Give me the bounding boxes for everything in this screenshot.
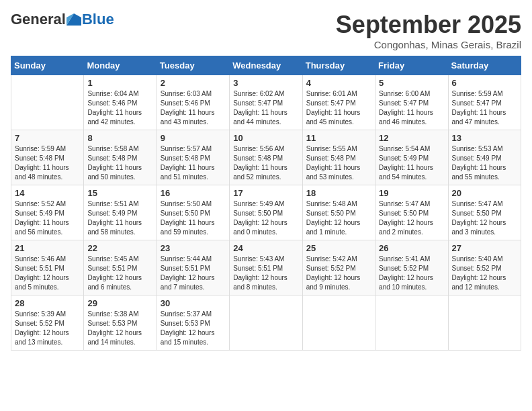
calendar-cell: 26Sunrise: 5:41 AMSunset: 5:52 PMDayligh… [375,240,448,295]
page-header: General Blue September 2025 Congonhas, M… [11,11,521,50]
calendar-cell: 12Sunrise: 5:54 AMSunset: 5:49 PMDayligh… [375,130,448,185]
calendar-cell: 16Sunrise: 5:50 AMSunset: 5:50 PMDayligh… [157,185,229,240]
calendar-cell: 8Sunrise: 5:58 AMSunset: 5:48 PMDaylight… [84,130,157,185]
day-info: Sunrise: 5:44 AMSunset: 5:51 PMDaylight:… [161,255,226,292]
day-info: Sunrise: 6:01 AMSunset: 5:47 PMDaylight:… [306,89,371,127]
day-number: 19 [379,188,444,198]
calendar-cell: 13Sunrise: 5:53 AMSunset: 5:49 PMDayligh… [448,130,521,185]
month-title: September 2025 [336,11,521,39]
day-info: Sunrise: 5:39 AMSunset: 5:52 PMDaylight:… [15,310,80,347]
day-number: 29 [87,298,152,308]
week-row-2: 7Sunrise: 5:59 AMSunset: 5:48 PMDaylight… [11,130,521,185]
title-block: September 2025 Congonhas, Minas Gerais, … [336,11,521,50]
week-row-3: 14Sunrise: 5:52 AMSunset: 5:49 PMDayligh… [11,185,521,240]
logo-blue-text: Blue [82,11,114,28]
weekday-header-sunday: Sunday [11,56,84,75]
day-number: 21 [15,243,80,253]
day-info: Sunrise: 5:59 AMSunset: 5:47 PMDaylight:… [452,89,517,127]
weekday-header-wednesday: Wednesday [230,56,302,75]
calendar-cell: 15Sunrise: 5:51 AMSunset: 5:49 PMDayligh… [84,185,157,240]
weekday-header-tuesday: Tuesday [157,56,229,75]
day-number: 16 [161,188,226,198]
calendar-cell [375,295,448,351]
day-info: Sunrise: 5:43 AMSunset: 5:51 PMDaylight:… [233,255,298,292]
week-row-5: 28Sunrise: 5:39 AMSunset: 5:52 PMDayligh… [11,295,521,351]
logo-general-text: General [11,11,66,28]
day-number: 15 [87,188,152,198]
calendar-cell: 21Sunrise: 5:46 AMSunset: 5:51 PMDayligh… [11,240,84,295]
day-info: Sunrise: 5:45 AMSunset: 5:51 PMDaylight:… [87,255,152,292]
day-number: 3 [233,78,298,88]
day-number: 5 [379,78,444,88]
weekday-header-friday: Friday [375,56,448,75]
day-number: 17 [233,188,298,198]
calendar-cell [230,295,302,351]
day-number: 12 [379,133,444,143]
calendar-cell: 2Sunrise: 6:03 AMSunset: 5:46 PMDaylight… [157,75,229,130]
day-info: Sunrise: 6:00 AMSunset: 5:47 PMDaylight:… [379,89,444,127]
day-info: Sunrise: 5:58 AMSunset: 5:48 PMDaylight:… [87,144,152,182]
weekday-header-monday: Monday [84,56,157,75]
day-number: 24 [233,243,298,253]
weekday-header-saturday: Saturday [448,56,521,75]
day-info: Sunrise: 5:57 AMSunset: 5:48 PMDaylight:… [161,144,226,182]
calendar-cell [11,75,84,130]
calendar-cell: 9Sunrise: 5:57 AMSunset: 5:48 PMDaylight… [157,130,229,185]
calendar-cell: 25Sunrise: 5:42 AMSunset: 5:52 PMDayligh… [302,240,375,295]
calendar-cell: 20Sunrise: 5:47 AMSunset: 5:50 PMDayligh… [448,185,521,240]
day-info: Sunrise: 6:04 AMSunset: 5:46 PMDaylight:… [87,89,152,127]
location-subtitle: Congonhas, Minas Gerais, Brazil [336,39,521,50]
calendar-cell: 14Sunrise: 5:52 AMSunset: 5:49 PMDayligh… [11,185,84,240]
day-info: Sunrise: 5:48 AMSunset: 5:50 PMDaylight:… [306,199,371,237]
week-row-1: 1Sunrise: 6:04 AMSunset: 5:46 PMDaylight… [11,75,521,130]
day-number: 9 [161,133,226,143]
calendar-cell: 30Sunrise: 5:37 AMSunset: 5:53 PMDayligh… [157,295,229,351]
day-number: 26 [379,243,444,253]
calendar-cell: 11Sunrise: 5:55 AMSunset: 5:48 PMDayligh… [302,130,375,185]
day-info: Sunrise: 6:03 AMSunset: 5:46 PMDaylight:… [161,89,226,127]
calendar-cell: 17Sunrise: 5:49 AMSunset: 5:50 PMDayligh… [230,185,302,240]
day-info: Sunrise: 5:50 AMSunset: 5:50 PMDaylight:… [161,199,226,237]
day-info: Sunrise: 5:47 AMSunset: 5:50 PMDaylight:… [379,199,444,237]
calendar-cell: 4Sunrise: 6:01 AMSunset: 5:47 PMDaylight… [302,75,375,130]
day-number: 4 [306,78,371,88]
calendar-cell [448,295,521,351]
day-number: 1 [87,78,152,88]
logo-icon [66,13,81,26]
day-info: Sunrise: 5:42 AMSunset: 5:52 PMDaylight:… [306,255,371,292]
day-number: 18 [306,188,371,198]
day-number: 22 [87,243,152,253]
day-number: 27 [452,243,517,253]
calendar-cell: 6Sunrise: 5:59 AMSunset: 5:47 PMDaylight… [448,75,521,130]
calendar-cell: 28Sunrise: 5:39 AMSunset: 5:52 PMDayligh… [11,295,84,351]
calendar-cell: 22Sunrise: 5:45 AMSunset: 5:51 PMDayligh… [84,240,157,295]
day-number: 30 [161,298,226,308]
day-number: 23 [161,243,226,253]
day-number: 6 [452,78,517,88]
day-number: 11 [306,133,371,143]
day-info: Sunrise: 5:53 AMSunset: 5:49 PMDaylight:… [452,144,517,182]
calendar-cell: 19Sunrise: 5:47 AMSunset: 5:50 PMDayligh… [375,185,448,240]
calendar-cell: 23Sunrise: 5:44 AMSunset: 5:51 PMDayligh… [157,240,229,295]
calendar-cell: 27Sunrise: 5:40 AMSunset: 5:52 PMDayligh… [448,240,521,295]
day-info: Sunrise: 5:55 AMSunset: 5:48 PMDaylight:… [306,144,371,182]
day-number: 20 [452,188,517,198]
calendar-cell: 29Sunrise: 5:38 AMSunset: 5:53 PMDayligh… [84,295,157,351]
day-number: 2 [161,78,226,88]
day-number: 28 [15,298,80,308]
day-info: Sunrise: 5:49 AMSunset: 5:50 PMDaylight:… [233,199,298,237]
day-info: Sunrise: 5:51 AMSunset: 5:49 PMDaylight:… [87,199,152,237]
calendar-cell: 3Sunrise: 6:02 AMSunset: 5:47 PMDaylight… [230,75,302,130]
day-info: Sunrise: 5:40 AMSunset: 5:52 PMDaylight:… [452,255,517,292]
day-info: Sunrise: 5:41 AMSunset: 5:52 PMDaylight:… [379,255,444,292]
calendar-cell: 7Sunrise: 5:59 AMSunset: 5:48 PMDaylight… [11,130,84,185]
day-number: 14 [15,188,80,198]
day-info: Sunrise: 5:46 AMSunset: 5:51 PMDaylight:… [15,255,80,292]
day-info: Sunrise: 6:02 AMSunset: 5:47 PMDaylight:… [233,89,298,127]
day-info: Sunrise: 5:56 AMSunset: 5:48 PMDaylight:… [233,144,298,182]
calendar-cell [302,295,375,351]
calendar-cell: 10Sunrise: 5:56 AMSunset: 5:48 PMDayligh… [230,130,302,185]
day-info: Sunrise: 5:38 AMSunset: 5:53 PMDaylight:… [87,310,152,347]
day-number: 10 [233,133,298,143]
weekday-header-row: SundayMondayTuesdayWednesdayThursdayFrid… [11,56,521,75]
